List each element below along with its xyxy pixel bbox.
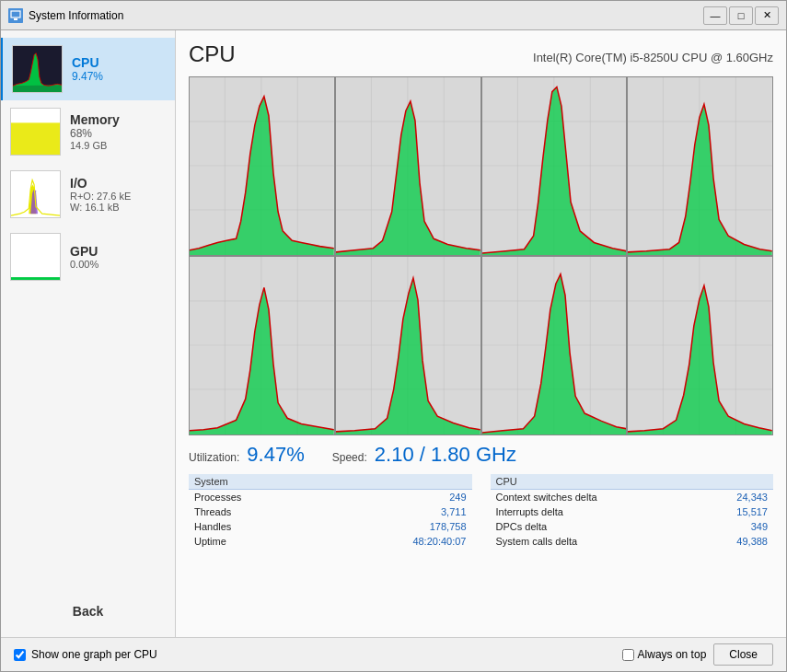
sidebar-item-cpu[interactable]: CPU 9.47% (1, 38, 175, 100)
sidebar-item-memory[interactable]: Memory 68% 14.9 GB (1, 100, 175, 163)
cpu-graph-grid (189, 76, 773, 435)
close-button-footer[interactable]: Close (713, 643, 773, 666)
interrupts-label: Interrupts delta (491, 504, 697, 519)
interrupts-value: 15,517 (696, 504, 773, 519)
always-on-top-label: Always on top (638, 648, 707, 661)
table-row: Context switches delta 24,343 (491, 490, 774, 504)
system-table-header: System (189, 474, 472, 490)
svg-rect-0 (8, 8, 23, 23)
context-switches-value: 24,343 (696, 490, 773, 504)
dpcs-value: 349 (696, 519, 773, 534)
stats-row-main: Utilization: 9.47% Speed: 2.10 / 1.80 GH… (189, 443, 773, 467)
cpu-graph-4 (190, 257, 334, 434)
cpu-model-label: Intel(R) Core(TM) i5-8250U CPU @ 1.60GHz (533, 51, 773, 64)
syscalls-value: 49,388 (696, 534, 773, 549)
cpu-graph-5 (336, 257, 480, 434)
cpu-table: CPU Context switches delta 24,343 Interr… (491, 474, 774, 549)
cpu-table-header: CPU (491, 474, 774, 490)
main-panel: CPU Intel(R) Core(TM) i5-8250U CPU @ 1.6… (176, 30, 786, 637)
syscalls-label: System calls delta (491, 534, 697, 549)
footer-buttons: Always on top Close (622, 643, 773, 666)
show-per-cpu-checkbox[interactable] (14, 649, 26, 661)
minimize-button[interactable]: — (703, 6, 727, 25)
memory-thumbnail (10, 108, 61, 156)
app-icon (8, 8, 23, 23)
processes-value: 249 (323, 490, 472, 504)
table-row: System calls delta 49,388 (491, 534, 774, 549)
svg-rect-10 (11, 234, 60, 280)
maximize-button[interactable]: □ (729, 6, 753, 25)
utilization-block: Utilization: 9.47% (189, 443, 305, 467)
speed-value: 2.10 / 1.80 GHz (375, 443, 516, 467)
data-tables-row: System Processes 249 Threads 3,711 (189, 474, 773, 549)
sidebar-item-gpu[interactable]: GPU 0.00% (1, 226, 175, 288)
speed-block: Speed: 2.10 / 1.80 GHz (332, 443, 516, 467)
handles-value: 178,758 (323, 519, 472, 534)
table-row: Handles 178,758 (189, 519, 472, 534)
main-window: System Information — □ ✕ CP (0, 0, 787, 672)
always-on-top-checkbox[interactable] (622, 649, 634, 661)
cpu-graph-0 (190, 77, 334, 255)
table-row: Interrupts delta 15,517 (491, 504, 774, 519)
svg-rect-11 (11, 277, 60, 280)
context-switches-label: Context switches delta (491, 490, 697, 504)
cpu-label: CPU 9.47% (72, 55, 103, 83)
content-area: CPU 9.47% Memory 68% 14.9 GB (1, 30, 786, 637)
cpu-data-table: Context switches delta 24,343 Interrupts… (491, 490, 774, 549)
uptime-label: Uptime (189, 534, 323, 549)
speed-label: Speed: (332, 451, 367, 464)
back-button[interactable]: Back (1, 593, 175, 630)
window-title: System Information (29, 9, 698, 22)
cpu-graph-3 (628, 77, 772, 255)
cpu-graph-6 (482, 257, 627, 434)
table-row: DPCs delta 349 (491, 519, 774, 534)
always-on-top-row: Always on top (622, 643, 707, 666)
main-header: CPU Intel(R) Core(TM) i5-8250U CPU @ 1.6… (189, 41, 773, 67)
footer: Show one graph per CPU Always on top Clo… (1, 637, 786, 671)
utilization-label: Utilization: (189, 451, 239, 464)
sidebar-item-io[interactable]: I/O R+O: 27.6 kE W: 16.1 kB (1, 163, 175, 226)
threads-value: 3,711 (323, 504, 472, 519)
handles-label: Handles (189, 519, 323, 534)
processes-label: Processes (189, 490, 323, 504)
table-row: Uptime 48:20:40:07 (189, 534, 472, 549)
memory-label: Memory 68% 14.9 GB (70, 112, 120, 151)
gpu-thumbnail (10, 233, 61, 281)
table-row: Threads 3,711 (189, 504, 472, 519)
cpu-graph-1 (336, 77, 480, 255)
io-thumbnail (10, 170, 61, 218)
dpcs-label: DPCs delta (491, 519, 697, 534)
io-label: I/O R+O: 27.6 kE W: 16.1 kB (70, 176, 131, 213)
show-per-cpu-label[interactable]: Show one graph per CPU (31, 648, 157, 661)
sidebar: CPU 9.47% Memory 68% 14.9 GB (1, 30, 176, 637)
uptime-value: 48:20:40:07 (323, 534, 472, 549)
svg-rect-6 (11, 122, 60, 155)
cpu-thumbnail (12, 45, 63, 93)
system-table: System Processes 249 Threads 3,711 (189, 474, 472, 549)
show-per-cpu-row: Show one graph per CPU (14, 648, 157, 661)
svg-rect-2 (14, 18, 17, 20)
gpu-label: GPU 0.00% (70, 244, 98, 270)
cpu-graph-2 (482, 77, 627, 255)
stats-area: Utilization: 9.47% Speed: 2.10 / 1.80 GH… (189, 443, 773, 549)
cpu-graph-7 (628, 257, 772, 434)
utilization-value: 9.47% (247, 443, 304, 467)
threads-label: Threads (189, 504, 323, 519)
title-bar: System Information — □ ✕ (1, 1, 786, 30)
page-title: CPU (189, 41, 236, 67)
table-row: Processes 249 (189, 490, 472, 504)
close-button[interactable]: ✕ (755, 6, 779, 25)
window-controls: — □ ✕ (703, 6, 779, 25)
system-data-table: Processes 249 Threads 3,711 Handles 178,… (189, 490, 472, 549)
